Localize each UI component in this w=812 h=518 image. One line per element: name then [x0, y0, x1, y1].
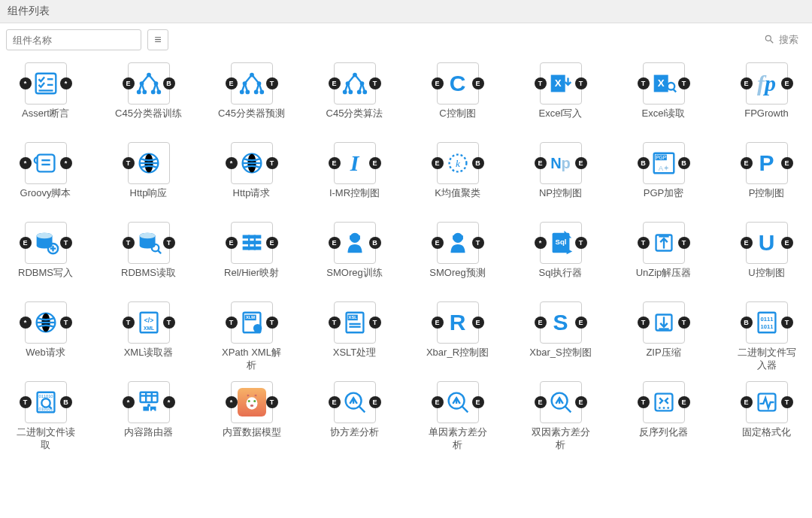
component-item[interactable]: ETSMOreg预测	[421, 222, 494, 292]
component-item[interactable]: PEEP控制图	[730, 142, 803, 213]
port-badge-right[interactable]: E	[575, 396, 587, 408]
port-badge-right[interactable]: E	[472, 396, 484, 408]
port-badge-left[interactable]: E	[535, 157, 547, 169]
port-badge-left[interactable]: E	[329, 396, 341, 408]
component-item[interactable]: 011010010101TB二进制文件读取	[9, 381, 82, 452]
port-badge-left[interactable]: E	[329, 157, 341, 169]
component-item[interactable]: PGPA✦BBPGP加密	[627, 142, 700, 213]
port-badge-left[interactable]: E	[20, 237, 32, 249]
port-badge-left[interactable]: E	[741, 157, 753, 169]
component-item[interactable]: EERel/Hier映射	[215, 222, 288, 292]
component-item[interactable]: *T内置数据模型	[215, 381, 288, 452]
port-badge-right[interactable]: T	[575, 237, 587, 249]
port-badge-left[interactable]: T	[638, 77, 650, 89]
port-badge-left[interactable]: E	[741, 396, 753, 408]
port-badge-right[interactable]: E	[781, 77, 793, 89]
port-badge-left[interactable]: *	[226, 396, 238, 408]
port-badge-right[interactable]: T	[60, 317, 72, 329]
port-badge-right[interactable]: T	[678, 317, 690, 329]
port-badge-right[interactable]: T	[266, 157, 278, 169]
component-item[interactable]: EE双因素方差分析	[524, 381, 597, 452]
port-badge-right[interactable]: E	[266, 237, 278, 249]
port-badge-right[interactable]: T	[678, 237, 690, 249]
port-badge-right[interactable]: E	[472, 317, 484, 329]
component-item[interactable]: CEEC控制图	[421, 62, 494, 133]
component-item[interactable]: *TWeb请求	[9, 301, 82, 372]
port-badge-left[interactable]: E	[741, 77, 753, 89]
component-item[interactable]: EE协方差分析	[318, 381, 391, 452]
port-badge-left[interactable]: E	[535, 396, 547, 408]
port-badge-left[interactable]: T	[20, 396, 32, 408]
component-name-input[interactable]	[6, 29, 141, 50]
port-badge-left[interactable]: E	[226, 77, 238, 89]
port-badge-right[interactable]: T	[163, 317, 175, 329]
port-badge-right[interactable]: T	[575, 77, 587, 89]
search-button[interactable]: 搜索	[756, 29, 806, 50]
port-badge-left[interactable]: T	[638, 317, 650, 329]
port-badge-right[interactable]: T	[266, 317, 278, 329]
port-badge-left[interactable]: T	[123, 317, 135, 329]
port-badge-left[interactable]: E	[432, 77, 444, 89]
component-item[interactable]: TE反序列化器	[627, 381, 700, 452]
port-badge-left[interactable]: T	[535, 77, 547, 89]
component-item[interactable]: *THttp请求	[215, 142, 288, 213]
component-item[interactable]: XTTExcel写入	[524, 62, 597, 133]
port-badge-left[interactable]: E	[432, 396, 444, 408]
port-badge-right[interactable]: T	[266, 77, 278, 89]
port-badge-right[interactable]: T	[369, 77, 381, 89]
port-badge-left[interactable]: E	[535, 317, 547, 329]
component-item[interactable]: **Groovy脚本	[9, 142, 82, 213]
component-item[interactable]: kEBK均值聚类	[421, 142, 494, 213]
port-badge-left[interactable]: *	[535, 237, 547, 249]
component-item[interactable]: UEEU控制图	[730, 222, 803, 292]
port-badge-right[interactable]: E	[781, 157, 793, 169]
component-item[interactable]: ETC45分类算法	[318, 62, 391, 133]
component-item[interactable]: ETRDBMS写入	[9, 222, 82, 292]
port-badge-left[interactable]: *	[20, 317, 32, 329]
port-badge-left[interactable]: E	[226, 237, 238, 249]
port-badge-right[interactable]: *	[60, 157, 72, 169]
port-badge-right[interactable]: E	[575, 157, 587, 169]
port-badge-right[interactable]: B	[369, 237, 381, 249]
port-badge-right[interactable]: T	[163, 237, 175, 249]
component-item[interactable]: fpEEFPGrowth	[730, 62, 803, 133]
component-item[interactable]: 01111011BT二进制文件写入器	[730, 301, 803, 372]
port-badge-right[interactable]: B	[163, 77, 175, 89]
port-badge-left[interactable]: E	[123, 77, 135, 89]
port-badge-left[interactable]: E	[329, 237, 341, 249]
port-badge-left[interactable]: T	[329, 317, 341, 329]
port-badge-left[interactable]: *	[20, 77, 32, 89]
port-badge-right[interactable]: E	[575, 317, 587, 329]
port-badge-right[interactable]: T	[781, 396, 793, 408]
port-badge-left[interactable]: E	[432, 237, 444, 249]
port-badge-left[interactable]: *	[226, 157, 238, 169]
port-badge-left[interactable]: E	[329, 77, 341, 89]
component-item[interactable]: EBSMOreg训练	[318, 222, 391, 292]
component-item[interactable]: TTZIP压缩	[627, 301, 700, 372]
port-badge-left[interactable]: E	[432, 317, 444, 329]
component-item[interactable]: ET固定格式化	[730, 381, 803, 452]
component-item[interactable]: </>XMLTTXML读取器	[112, 301, 185, 372]
port-badge-right[interactable]: E	[678, 396, 690, 408]
port-badge-right[interactable]: *	[163, 396, 175, 408]
component-item[interactable]: THttp响应	[112, 142, 185, 213]
port-badge-right[interactable]: E	[472, 77, 484, 89]
component-item[interactable]: REEXbar_R控制图	[421, 301, 494, 372]
port-badge-left[interactable]: B	[638, 157, 650, 169]
component-item[interactable]: IEEI-MR控制图	[318, 142, 391, 213]
port-badge-left[interactable]: *	[20, 157, 32, 169]
component-item[interactable]: **内容路由器	[112, 381, 185, 452]
port-badge-right[interactable]: T	[369, 317, 381, 329]
component-item[interactable]: EBC45分类器训练	[112, 62, 185, 133]
port-badge-right[interactable]: E	[369, 396, 381, 408]
port-badge-left[interactable]: E	[741, 237, 753, 249]
port-badge-left[interactable]: B	[741, 317, 753, 329]
component-item[interactable]: SEEXbar_S控制图	[524, 301, 597, 372]
port-badge-right[interactable]: B	[472, 157, 484, 169]
port-badge-right[interactable]: T	[472, 237, 484, 249]
component-item[interactable]: ETC45分类器预测	[215, 62, 288, 133]
component-item[interactable]: TTRDBMS读取	[112, 222, 185, 292]
port-badge-left[interactable]: T	[123, 237, 135, 249]
port-badge-left[interactable]: T	[638, 237, 650, 249]
port-badge-right[interactable]: B	[678, 157, 690, 169]
